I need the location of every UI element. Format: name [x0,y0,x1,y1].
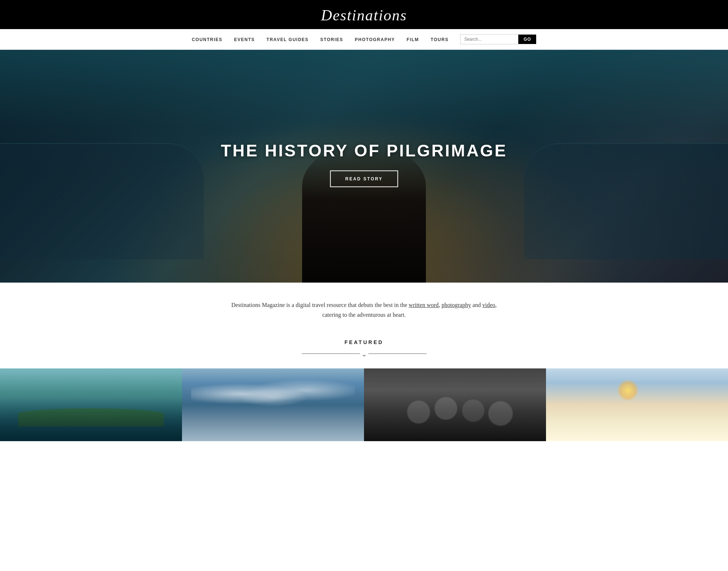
featured-header: FEATURED ⌄ [0,339,728,358]
top-bar: Destinations [0,0,728,29]
thumbnails-row [0,368,728,441]
nav-link-film[interactable]: FILM [407,37,419,42]
intro-text-start: Destinations Magazine is a digital trave… [231,302,408,308]
nav-link-events[interactable]: EVENTS [234,37,255,42]
nav-item-tours[interactable]: TOURS [431,36,448,43]
intro-link-written-word[interactable]: written word [409,302,439,308]
nav-link-travel-guides[interactable]: TRAVEL GUIDES [266,37,309,42]
featured-title: FEATURED [0,339,728,345]
site-title: Destinations [0,7,728,24]
featured-section: FEATURED ⌄ [0,336,728,441]
intro-section: Destinations Magazine is a digital trave… [0,283,728,336]
nav-item-events[interactable]: EVENTS [234,36,255,43]
nav-item-countries[interactable]: COUNTRIES [192,36,222,43]
nav-link-photography[interactable]: PHOTOGRAPHY [355,37,395,42]
nav-link-stories[interactable]: STORIES [320,37,343,42]
featured-divider: ⌄ [0,350,728,358]
intro-link-photography[interactable]: photography [442,302,471,308]
intro-text-mid1: , [439,302,442,308]
divider-line-right [368,354,427,354]
hero-section: THE HISTORY OF PILGRIMAGE READ STORY [0,50,728,283]
search-button[interactable]: GO [518,35,536,44]
nav-link-countries[interactable]: COUNTRIES [192,37,222,42]
thumbnail-3[interactable] [364,368,546,441]
chevron-down-icon: ⌄ [361,350,367,358]
nav-item-stories[interactable]: STORIES [320,36,343,43]
search-input[interactable] [460,34,518,44]
nav-item-travel-guides[interactable]: TRAVEL GUIDES [266,36,309,43]
intro-text-mid2: and [471,302,482,308]
nav-link-tours[interactable]: TOURS [431,37,448,42]
intro-link-video[interactable]: video [482,302,495,308]
read-story-button[interactable]: READ STORY [330,171,398,187]
hero-title: THE HISTORY OF PILGRIMAGE [221,141,507,160]
thumbnail-1-landscape [18,408,164,427]
nav-items: COUNTRIES EVENTS TRAVEL GUIDES STORIES P… [192,36,448,43]
thumbnail-2[interactable] [182,368,364,441]
divider-line-left [302,354,360,354]
nav-bar: COUNTRIES EVENTS TRAVEL GUIDES STORIES P… [0,29,728,50]
intro-paragraph: Destinations Magazine is a digital trave… [226,300,502,320]
nav-item-film[interactable]: FILM [407,36,419,43]
thumbnail-4[interactable] [546,368,728,441]
thumbnail-3-silhouettes [364,368,546,441]
thumbnail-1[interactable] [0,368,182,441]
nav-item-photography[interactable]: PHOTOGRAPHY [355,36,395,43]
search-area: GO [460,34,536,44]
hero-content: THE HISTORY OF PILGRIMAGE READ STORY [221,141,507,187]
